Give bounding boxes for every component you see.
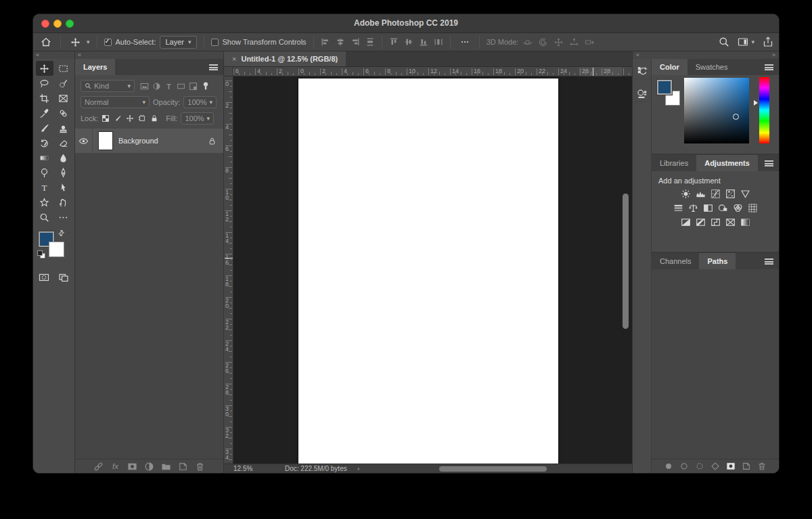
adj-photo-filter-icon[interactable] [718,203,728,213]
lock-all-icon[interactable] [150,114,158,122]
adj-vibrance-icon[interactable] [740,189,750,199]
auto-select-checkbox[interactable] [104,39,112,46]
adj-posterize-icon[interactable] [696,217,706,227]
tab-layers[interactable]: Layers [75,59,115,75]
quick-selection-tool[interactable] [55,76,72,91]
color-picker-circle[interactable] [733,114,739,120]
saturation-brightness-box[interactable] [684,78,749,143]
filter-adjustment-icon[interactable] [152,82,161,91]
tab-paths[interactable]: Paths [699,253,736,269]
visibility-eye-icon[interactable] [78,136,89,146]
align-left-icon[interactable] [321,37,330,47]
vertical-scrollbar[interactable] [622,76,629,464]
adj-threshold-icon[interactable] [710,217,721,227]
distribute-v-centers-icon[interactable] [365,37,375,47]
move-tool[interactable] [36,61,53,76]
blur-tool[interactable] [55,150,72,165]
path-selection-tool[interactable] [55,180,72,195]
chevron-down-icon[interactable]: ▾ [751,39,754,45]
adj-invert-icon[interactable] [681,217,691,227]
hue-strip[interactable] [759,77,769,143]
path-selection-load-icon[interactable] [695,461,704,471]
eyedropper-tool[interactable] [36,106,53,120]
adj-selective-color-icon[interactable] [725,217,736,227]
blend-mode-dropdown[interactable]: Normal ▾ [81,96,150,108]
zoom-tool[interactable] [36,210,53,225]
tab-channels[interactable]: Channels [652,253,699,269]
adj-color-balance-icon[interactable] [688,203,698,213]
layer-row-background[interactable]: Background [75,129,223,153]
lock-transparent-icon[interactable] [102,114,110,122]
hand-tool[interactable] [55,195,72,210]
opacity-field[interactable]: 100% ▾ [183,96,217,108]
filter-pixel-icon[interactable] [140,82,149,91]
document-tab[interactable]: × Untitled-1 @ 12.5% (RGB/8) [224,51,346,66]
crop-tool[interactable] [36,91,53,106]
brush-tool[interactable] [36,120,53,135]
filter-smart-object-icon[interactable] [189,82,198,91]
status-chevron-icon[interactable]: › [357,465,359,472]
canvas[interactable] [298,78,558,464]
stroke-path-icon[interactable] [679,461,689,471]
quick-mask-icon[interactable] [39,272,49,283]
horizontal-ruler[interactable]: 6420246810121416182022242628 [224,67,632,76]
adj-hue-saturation-icon[interactable] [673,203,683,213]
gradient-tool[interactable] [36,150,53,165]
type-tool[interactable]: T [36,180,53,195]
clone-stamp-tool[interactable] [55,120,72,135]
panel-menu-icon[interactable] [765,64,773,70]
eraser-tool[interactable] [55,135,72,150]
auto-select-target-dropdown[interactable]: Layer ▾ [160,36,196,49]
layers-dock-collapse[interactable]: « [75,51,223,59]
workspace-switcher-icon[interactable] [738,37,748,47]
3d-slide-icon[interactable] [569,37,579,47]
properties-panel-icon[interactable] [634,86,650,102]
tab-libraries[interactable]: Libraries [652,155,696,171]
vertical-scrollbar-thumb[interactable] [623,194,629,329]
vertical-ruler[interactable]: 0246810121416182022242628303234 [224,67,233,464]
document-viewport[interactable]: 6420246810121416182022242628 02468101214… [224,67,632,464]
delete-path-icon[interactable] [757,461,767,471]
adj-black-white-icon[interactable] [703,203,713,213]
lock-artboard-icon[interactable] [138,114,146,122]
align-bottom-icon[interactable] [419,37,428,47]
titlebar[interactable]: Adobe Photoshop CC 2019 [33,14,779,33]
zoom-level-field[interactable]: 12.5% [233,465,252,472]
adj-brightness-icon[interactable] [681,189,691,199]
history-panel-icon[interactable] [634,63,650,79]
align-right-icon[interactable] [351,37,360,47]
adj-channel-mixer-icon[interactable] [733,203,743,213]
new-layer-icon[interactable] [178,461,188,472]
right-dock-bar[interactable]: « » [633,51,779,59]
lock-paint-icon[interactable] [114,114,122,122]
search-icon[interactable] [719,37,729,47]
move-tool-icon[interactable] [68,35,83,49]
adj-exposure-icon[interactable] [725,189,736,199]
layer-effects-icon[interactable]: fx [110,461,120,472]
new-adjustment-icon[interactable] [144,461,154,472]
adj-color-lookup-icon[interactable] [748,203,758,213]
align-center-h-icon[interactable] [336,37,345,47]
layer-thumbnail[interactable] [98,131,113,150]
home-icon[interactable] [39,35,53,49]
align-center-v-icon[interactable] [404,37,413,47]
history-brush-tool[interactable] [36,135,53,150]
dodge-tool[interactable] [36,165,53,180]
filter-type-icon[interactable]: T [164,82,173,91]
foreground-color-swatch[interactable] [657,80,672,95]
screen-mode-icon[interactable] [58,272,69,283]
filter-toggle-icon[interactable] [201,81,210,91]
tab-color[interactable]: Color [652,59,687,75]
3d-roll-icon[interactable] [538,37,548,47]
close-tab-icon[interactable]: × [232,55,236,63]
adj-gradient-map-icon[interactable] [740,217,750,227]
3d-pan-icon[interactable] [554,37,564,47]
more-options-icon[interactable] [457,35,472,49]
fill-field[interactable]: 100% ▾ [181,112,214,125]
background-color-swatch[interactable] [49,242,64,257]
rectangular-marquee-tool[interactable] [55,61,72,76]
panel-menu-icon[interactable] [209,64,218,70]
adj-levels-icon[interactable] [696,189,706,199]
tab-swatches[interactable]: Swatches [687,59,736,75]
panel-menu-icon[interactable] [765,258,773,265]
